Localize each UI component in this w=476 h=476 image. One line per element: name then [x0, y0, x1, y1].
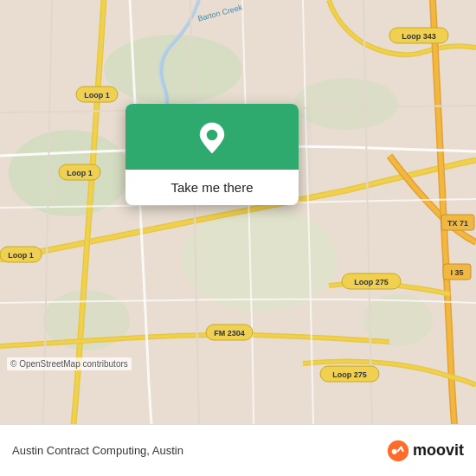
svg-text:Loop 1: Loop 1: [67, 169, 93, 177]
svg-point-29: [392, 448, 397, 453]
map-container: Loop 1 Loop 1 Loop 1 Loop 343 TX 71 I 35…: [0, 0, 476, 424]
svg-text:FM 2304: FM 2304: [214, 329, 245, 338]
svg-point-27: [207, 130, 217, 140]
svg-text:I 35: I 35: [450, 268, 463, 277]
popup-header: [125, 104, 299, 170]
info-bar: Austin Contract Computing, Austin moovit: [0, 424, 476, 476]
svg-text:Loop 1: Loop 1: [8, 251, 34, 260]
location-info: Austin Contract Computing, Austin: [12, 444, 183, 457]
svg-point-3: [294, 78, 398, 130]
take-me-there-button[interactable]: Take me there: [125, 170, 299, 205]
location-popup[interactable]: Take me there: [125, 104, 299, 205]
svg-text:Loop 343: Loop 343: [402, 32, 436, 41]
svg-text:Loop 1: Loop 1: [84, 91, 110, 100]
svg-text:Loop 275: Loop 275: [332, 370, 367, 379]
moovit-logo-icon: [387, 440, 409, 462]
location-pin-icon: [195, 121, 229, 156]
moovit-text: moovit: [413, 441, 464, 460]
svg-text:Loop 275: Loop 275: [354, 278, 389, 286]
svg-point-4: [182, 208, 338, 312]
moovit-logo: moovit: [387, 440, 464, 462]
svg-text:TX 71: TX 71: [447, 219, 468, 228]
map-attribution: © OpenStreetMap contributors: [7, 357, 132, 370]
